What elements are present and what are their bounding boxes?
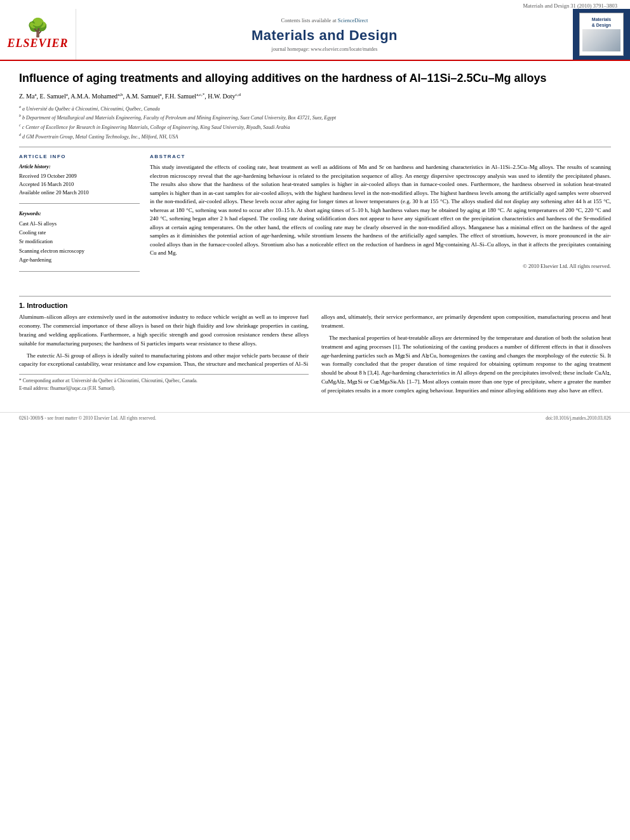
journal-center: Contents lists available at ScienceDirec… — [76, 9, 573, 60]
elsevier-logo-box: 🌳 ELSEVIER — [0, 9, 76, 60]
keywords-label: Keywords: — [19, 210, 140, 218]
body-left-text: Aluminum–silicon alloys are extensively … — [19, 313, 309, 370]
journal-banner: 🌳 ELSEVIER Contents lists available at S… — [0, 9, 630, 61]
keywords-list: Cast Al–Si alloys Cooling rate Sr modifi… — [19, 219, 140, 265]
body-para-right-1: alloys and, ultimately, their service pe… — [321, 313, 611, 331]
journal-title-banner: Materials and Design — [251, 27, 398, 44]
footnote-area: * Corresponding author at: Université du… — [19, 374, 309, 392]
journal-homepage: journal homepage: www.elsevier.com/locat… — [272, 46, 378, 52]
corresponding-author: * Corresponding author at: Université du… — [19, 377, 309, 384]
footer-doi: doi:10.1016/j.matdes.2010.03.026 — [546, 415, 611, 421]
section1-title: 1. Introduction — [19, 302, 611, 309]
body-para-2: The eutectic Al–Si group of alloys is id… — [19, 352, 309, 370]
body-content: 1. Introduction Aluminum–silicon alloys … — [0, 296, 630, 412]
article-history: Article history: Received 19 October 200… — [19, 163, 140, 196]
abstract-text: This study investigated the effects of c… — [150, 163, 611, 258]
journal-cover-box: Materials& Design — [573, 9, 630, 60]
elsevier-logo-text: ELSEVIER — [7, 37, 68, 50]
body-divider — [19, 296, 611, 297]
cover-title: Materials& Design — [592, 17, 611, 28]
email-address: E-mail address: fhsamuel@uqac.ca (F.H. S… — [19, 385, 309, 392]
journal-meta: Materials and Design 31 (2010) 3791–3803 — [0, 0, 630, 9]
cover-image-placeholder — [582, 29, 620, 51]
divider-keywords — [19, 203, 140, 204]
sciencedirect-link[interactable]: ScienceDirect — [338, 17, 368, 23]
keyword-2: Cooling rate — [19, 228, 140, 237]
info-abstract-section: ARTICLE INFO Article history: Received 1… — [19, 154, 611, 277]
divider-bottom-left — [19, 271, 140, 272]
article-content: Influence of aging treatments and alloyi… — [0, 61, 630, 291]
affil-c: c c Center of Excellence for Research in… — [19, 123, 611, 131]
body-left-col: Aluminum–silicon alloys are extensively … — [19, 313, 309, 399]
abstract-label: ABSTRACT — [150, 154, 611, 159]
copyright: © 2010 Elsevier Ltd. All rights reserved… — [150, 263, 611, 269]
body-right-text: alloys and, ultimately, their service pe… — [321, 313, 611, 396]
contents-available-line: Contents lists available at ScienceDirec… — [281, 17, 368, 23]
history-label: Article history: — [19, 163, 140, 171]
divider-1 — [19, 147, 611, 147]
article-info-label: ARTICLE INFO — [19, 154, 140, 159]
abstract-col: ABSTRACT This study investigated the eff… — [150, 154, 611, 277]
journal-reference: Materials and Design 31 (2010) 3791–3803 — [523, 3, 618, 9]
revised-date: Accepted 16 March 2010 — [19, 180, 140, 189]
keyword-1: Cast Al–Si alloys — [19, 219, 140, 228]
page: Materials and Design 31 (2010) 3791–3803… — [0, 0, 630, 840]
keyword-5: Age-hardening — [19, 255, 140, 264]
body-two-col: Aluminum–silicon alloys are extensively … — [19, 313, 611, 399]
affil-d: d d GM Powertrain Group, Metal Casting T… — [19, 132, 611, 141]
body-para-right-2: The mechanical properties of heat-treata… — [321, 334, 611, 396]
affiliations: a a Université du Québec à Chicoutimi, C… — [19, 104, 611, 141]
body-right-col: alloys and, ultimately, their service pe… — [321, 313, 611, 399]
affil-a: a a Université du Québec à Chicoutimi, C… — [19, 104, 611, 113]
keyword-3: Sr modification — [19, 237, 140, 246]
section1-title-text: Introduction — [27, 302, 67, 309]
footer-issn: 0261-3069/$ - see front matter © 2010 El… — [19, 415, 156, 421]
authors-line: Z. Maa, E. Samuela, A.M.A. Mohameda,b, A… — [19, 92, 611, 100]
body-para-1: Aluminum–silicon alloys are extensively … — [19, 313, 309, 349]
affil-b: b b Department of Metallurgical and Mate… — [19, 113, 611, 122]
journal-cover-inner: Materials& Design — [579, 13, 624, 56]
received-date: Received 19 October 2009 — [19, 172, 140, 180]
page-footer: 0261-3069/$ - see front matter © 2010 El… — [0, 412, 630, 423]
article-info-col: ARTICLE INFO Article history: Received 1… — [19, 154, 140, 277]
available-date: Available online 20 March 2010 — [19, 189, 140, 197]
keyword-4: Scanning electron microscopy — [19, 246, 140, 255]
keywords-section: Keywords: Cast Al–Si alloys Cooling rate… — [19, 210, 140, 265]
article-title: Influence of aging treatments and alloyi… — [19, 71, 611, 86]
elsevier-tree-icon: 🌳 — [27, 19, 49, 37]
